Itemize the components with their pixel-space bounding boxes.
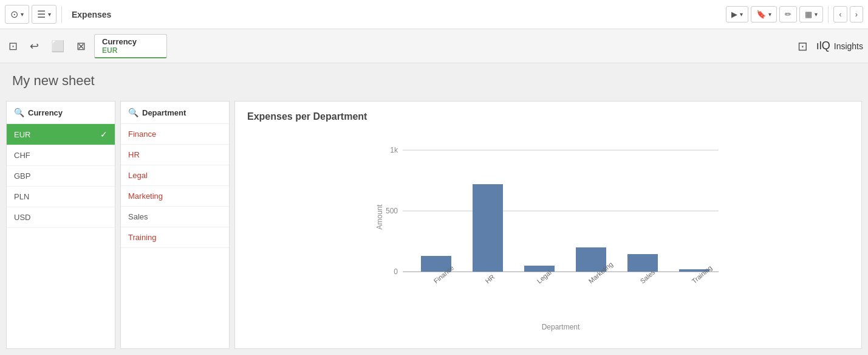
department-panel-title: Department [142, 108, 186, 117]
chart-title: Expenses per Department [247, 111, 849, 122]
next-button[interactable]: › [850, 6, 863, 22]
pen-button[interactable]: ✏ [779, 6, 797, 22]
filter-toolbar-right: ⊡ ılQ Insights [794, 29, 863, 63]
sheet-title-bar: My new sheet [0, 63, 868, 95]
sheet-title: My new sheet [12, 73, 95, 88]
currency-search-icon: 🔍 [14, 108, 24, 117]
toolbar-left: ⊙ ▾ ☰ ▾ Expenses [5, 5, 111, 24]
polygon-select-button[interactable]: ⬜ [47, 37, 68, 55]
compass-button[interactable]: ⊙ ▾ [5, 5, 29, 24]
clear-selection-button[interactable]: ⊠ [73, 37, 89, 55]
pen-icon: ✏ [785, 10, 791, 19]
filter-chip-title: Currency [102, 37, 159, 46]
check-icon-eur: ✓ [100, 129, 108, 139]
currency-eur-label: EUR [14, 130, 30, 139]
department-search-icon: 🔍 [128, 108, 138, 117]
department-item-marketing[interactable]: Marketing [121, 186, 229, 207]
lasso-button[interactable]: ↩ [26, 37, 43, 55]
clear-icon: ⊠ [77, 40, 86, 52]
currency-item-usd[interactable]: USD [7, 207, 115, 228]
list-chevron: ▾ [48, 11, 51, 18]
screen-button[interactable]: ▶ ▾ [726, 6, 748, 22]
separator2 [828, 6, 829, 23]
toolbar-right: ▶ ▾ 🔖 ▾ ✏ ▦ ▾ ‹ › [726, 6, 863, 23]
compass-chevron: ▾ [21, 11, 24, 18]
department-item-legal[interactable]: Legal [121, 165, 229, 186]
filter-chip-value: EUR [102, 46, 159, 55]
chart-icon: ▦ [805, 10, 812, 19]
bookmark-icon: 🔖 [756, 10, 766, 19]
lasso-icon: ↩ [30, 40, 39, 52]
select-area-button[interactable]: ⊡ [5, 37, 21, 55]
svg-text:1k: 1k [390, 146, 398, 154]
department-panel: 🔍 Department Finance HR Legal Marketing … [120, 101, 230, 349]
bar-hr [473, 184, 503, 272]
compass-icon: ⊙ [10, 9, 18, 20]
insights-button[interactable]: ılQ Insights [816, 40, 863, 52]
bar-sales [627, 254, 658, 272]
department-panel-header: 🔍 Department [121, 102, 229, 124]
separator [61, 6, 62, 23]
currency-item-gbp[interactable]: GBP [7, 166, 115, 187]
currency-panel-title: Currency [28, 108, 63, 117]
department-item-sales[interactable]: Sales [121, 207, 229, 227]
currency-usd-label: USD [14, 213, 30, 222]
insights-label: Insights [834, 41, 863, 51]
currency-chf-label: CHF [14, 151, 30, 160]
chart-button[interactable]: ▦ ▾ [799, 6, 823, 22]
department-item-hr[interactable]: HR [121, 145, 229, 165]
chart-panel: Expenses per Department 1k 500 0 Amount … [234, 101, 862, 349]
department-item-training[interactable]: Training [121, 227, 229, 248]
screen-chevron: ▾ [740, 11, 743, 18]
currency-gbp-label: GBP [14, 171, 30, 181]
bookmark-chevron: ▾ [768, 11, 771, 18]
currency-filter-chip[interactable]: Currency EUR [94, 34, 167, 58]
bar-legal [524, 266, 555, 272]
svg-text:Training: Training [690, 264, 713, 284]
currency-panel-header: 🔍 Currency [7, 102, 115, 124]
chart-wrapper: 1k 500 0 Amount Finance HR Legal [247, 132, 849, 339]
svg-text:Department: Department [541, 323, 579, 331]
currency-panel: 🔍 Currency EUR ✓ CHF GBP PLN USD [6, 101, 115, 349]
screen-icon: ▶ [731, 10, 737, 19]
filter-toolbar: ⊡ ↩ ⬜ ⊠ Currency EUR ⊡ ılQ Insights [0, 29, 868, 63]
svg-text:500: 500 [385, 207, 397, 215]
bookmark-button[interactable]: 🔖 ▾ [751, 6, 777, 22]
top-toolbar: ⊙ ▾ ☰ ▾ Expenses ▶ ▾ 🔖 ▾ ✏ ▦ ▾ ‹ › [0, 0, 868, 29]
currency-item-chf[interactable]: CHF [7, 145, 115, 166]
prev-icon: ‹ [839, 10, 841, 19]
chart-chevron: ▾ [815, 11, 818, 18]
insights-chart-icon: ılQ [816, 40, 830, 52]
polygon-icon: ⬜ [51, 40, 64, 52]
select-area-icon: ⊡ [9, 40, 18, 52]
prev-button[interactable]: ‹ [833, 6, 847, 22]
svg-text:HR: HR [484, 273, 496, 284]
svg-text:0: 0 [394, 267, 398, 276]
filter-tools-left: ⊡ ↩ ⬜ ⊠ Currency EUR [5, 29, 167, 63]
department-item-finance[interactable]: Finance [121, 124, 229, 145]
chart-svg: 1k 500 0 Amount Finance HR Legal [372, 132, 725, 339]
list-icon: ☰ [37, 9, 46, 20]
next-icon: › [855, 10, 858, 19]
expand-button[interactable]: ⊡ [794, 36, 812, 56]
svg-text:Amount: Amount [375, 204, 384, 230]
currency-pln-label: PLN [14, 192, 29, 201]
main-content: 🔍 Currency EUR ✓ CHF GBP PLN USD 🔍 Depar… [0, 95, 868, 349]
currency-item-pln[interactable]: PLN [7, 187, 115, 207]
currency-item-eur[interactable]: EUR ✓ [7, 124, 115, 145]
app-name: Expenses [72, 10, 111, 19]
list-button[interactable]: ☰ ▾ [32, 5, 56, 24]
